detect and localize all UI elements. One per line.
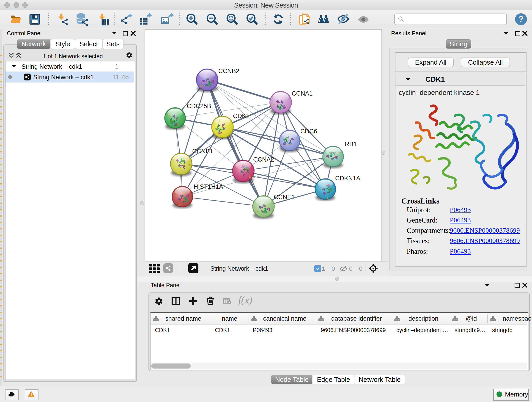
svg-text:RB1: RB1 — [345, 141, 357, 148]
svg-text:HIST1H1A: HIST1H1A — [194, 183, 223, 190]
svg-text:CDK1: CDK1 — [233, 113, 249, 119]
svg-text:CCNB1: CCNB1 — [192, 148, 213, 155]
svg-text:CDC6: CDC6 — [300, 128, 317, 135]
svg-text:CCNA1: CCNA1 — [292, 90, 313, 97]
svg-text:CDC25B: CDC25B — [187, 103, 211, 109]
svg-text:CCNE1: CCNE1 — [274, 194, 295, 201]
svg-text:CCNB2: CCNB2 — [218, 68, 239, 75]
svg-text:CDKN1A: CDKN1A — [335, 175, 360, 182]
svg-text:CCNA2: CCNA2 — [253, 156, 274, 163]
